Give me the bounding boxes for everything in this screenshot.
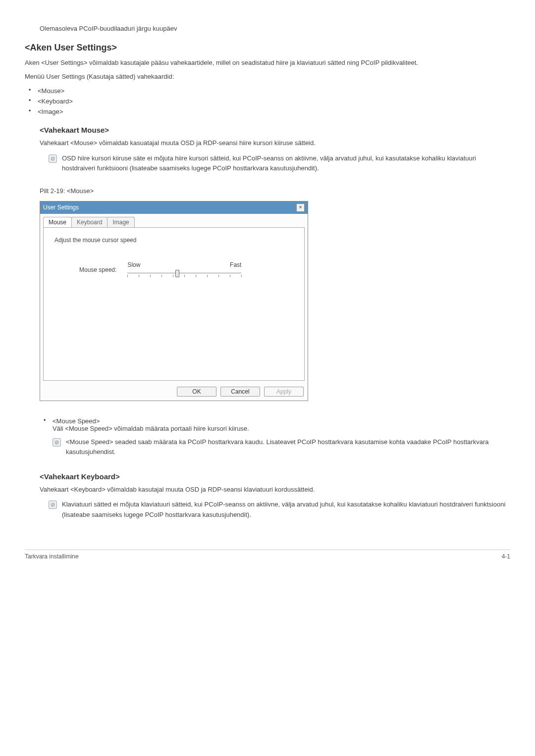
slider-row: Mouse speed: Slow Fast (54, 261, 293, 278)
page-footer: Tarkvara installimine 4-1 (25, 553, 510, 560)
figure-caption: Pilt 2-19: <Mouse> (40, 186, 510, 196)
slider-tick (150, 275, 151, 277)
heading-keyboard-tab: <Vahekaart Keyboard> (40, 472, 510, 481)
menu-list: <Mouse> <Keyboard> <Image> (25, 86, 510, 117)
mouse-speed-label: <Mouse Speed> (53, 417, 100, 425)
mouse-speed-note-text: <Mouse Speed> seaded saab määrata ka PCo… (66, 437, 510, 457)
dialog-body: Adjust the mouse cursor speed Mouse spee… (43, 227, 305, 381)
info-icon: ⊘ (49, 501, 57, 509)
slider-thumb[interactable] (175, 270, 179, 277)
keyboard-note-text: Klaviatuuri sätted ei mõjuta klaviatuuri… (62, 500, 510, 519)
slider-tick (196, 275, 196, 277)
mouse-speed-slider[interactable]: Slow Fast (127, 261, 241, 278)
footer-right: 4-1 (502, 553, 510, 560)
info-icon: ⊘ (49, 154, 57, 163)
tab-image[interactable]: Image (107, 217, 134, 227)
dialog-tabs: Mouse Keyboard Image (40, 214, 308, 227)
close-icon[interactable]: × (296, 203, 305, 212)
mouse-speed-note: ⊘ <Mouse Speed> seaded saab määrata ka P… (53, 437, 510, 457)
slider-fast-label: Fast (230, 261, 241, 268)
mouse-tab-desc: Vahekaart <Mouse> võimaldab kasuatajal m… (40, 138, 510, 148)
menu-item-mouse: <Mouse> (25, 86, 510, 96)
slider-tick (139, 275, 139, 277)
slider-label: Mouse speed: (79, 266, 116, 273)
slider-track[interactable] (127, 269, 241, 278)
dialog-title: User Settings (43, 204, 79, 211)
slider-slow-label: Slow (127, 261, 140, 268)
dialog-titlebar: User Settings × (40, 202, 308, 214)
keyboard-note: ⊘ Klaviatuuri sätted ei mõjuta klaviatuu… (49, 500, 510, 519)
mouse-note-text: OSD hiire kursori kiiruse säte ei mõjuta… (62, 153, 510, 173)
menu-intro: Menüü User Settings (Kasutaja sätted) va… (25, 72, 510, 82)
menu-item-keyboard: <Keyboard> (25, 96, 510, 106)
heading-mouse-tab: <Vahekaart Mouse> (40, 126, 510, 134)
slider-tick (230, 275, 230, 277)
slider-tick (127, 275, 128, 277)
slider-tick (218, 275, 219, 277)
mouse-note: ⊘ OSD hiire kursori kiiruse säte ei mõju… (49, 153, 510, 173)
tab-keyboard[interactable]: Keyboard (71, 217, 107, 227)
slider-tick (207, 275, 208, 277)
apply-button[interactable]: Apply (264, 387, 304, 397)
mouse-speed-item: <Mouse Speed> Väli <Mouse Speed> võimald… (40, 416, 510, 463)
dialog-instruction: Adjust the mouse cursor speed (54, 237, 293, 244)
cancel-button[interactable]: Cancel (220, 387, 260, 397)
user-settings-dialog: User Settings × Mouse Keyboard Image Adj… (40, 201, 308, 401)
top-existing-note: Olemasoleva PCoIP-buudilaaduri järgu kuu… (40, 24, 510, 34)
slider-tick (184, 275, 185, 277)
slider-tick (241, 275, 242, 277)
slider-line (127, 273, 241, 273)
slider-tick (161, 275, 162, 277)
ok-button[interactable]: OK (177, 387, 216, 397)
tab-mouse[interactable]: Mouse (43, 217, 72, 227)
heading-user-settings: <Aken User Settings> (25, 43, 510, 53)
footer-left: Tarkvara installimine (25, 553, 79, 560)
keyboard-tab-desc: Vahekaart <Keyboard> võimaldab kasutajal… (40, 485, 510, 495)
footer-divider (25, 550, 510, 550)
intro-paragraph: Aken <User Settings> võimaldab kasutajal… (25, 58, 510, 68)
mouse-speed-desc: Väli <Mouse Speed> võimaldab määrata por… (53, 425, 510, 432)
mouse-speed-list: <Mouse Speed> Väli <Mouse Speed> võimald… (40, 416, 510, 463)
info-icon: ⊘ (53, 438, 61, 447)
dialog-buttons: OK Cancel Apply (40, 384, 308, 401)
menu-item-image: <Image> (25, 106, 510, 117)
slider-tick (173, 275, 173, 277)
